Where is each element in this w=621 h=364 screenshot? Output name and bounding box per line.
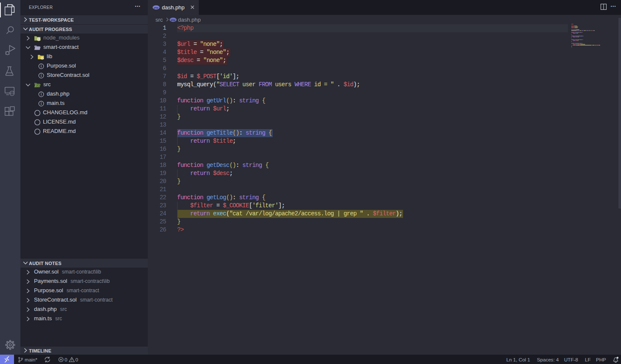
svg-text:php: php <box>170 18 175 21</box>
svg-text:php: php <box>153 6 158 8</box>
